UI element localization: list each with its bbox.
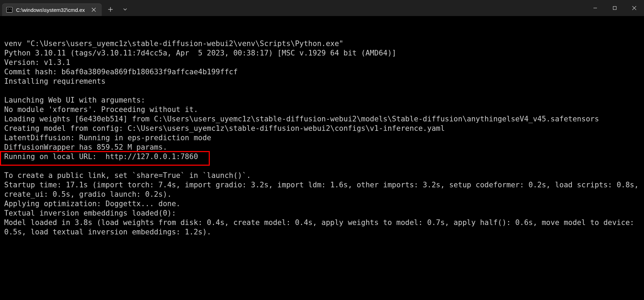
terminal-line	[4, 86, 640, 96]
window-maximize-button[interactable]	[605, 0, 624, 16]
terminal-line: Startup time: 17.1s (import torch: 7.4s,…	[4, 180, 640, 199]
tab-strip: C:\ C:\windows\system32\cmd.ex	[0, 1, 131, 16]
terminal-line: Loading weights [6e430eb514] from C:\Use…	[4, 114, 640, 124]
terminal-line-local-url: Running on local URL: http://127.0.0.1:7…	[4, 152, 640, 162]
svg-rect-2	[613, 7, 616, 10]
close-icon	[632, 6, 636, 10]
terminal-line: Applying optimization: Doggettx... done.	[4, 199, 640, 209]
svg-text:C:\: C:\	[7, 8, 12, 11]
tab-close-button[interactable]	[91, 7, 97, 13]
terminal-line: Version: v1.3.1	[4, 58, 640, 67]
terminal-line: LatentDiffusion: Running in eps-predicti…	[4, 133, 640, 143]
tab-dropdown-button[interactable]	[119, 3, 131, 15]
minimize-icon	[593, 6, 597, 10]
window-controls	[585, 0, 644, 16]
terminal-line	[4, 162, 640, 171]
tab-cmd[interactable]: C:\ C:\windows\system32\cmd.ex	[2, 3, 102, 16]
terminal-line: Textual inversion embeddings loaded(0):	[4, 209, 640, 218]
window-minimize-button[interactable]	[585, 0, 605, 16]
terminal-line: venv "C:\Users\users_uyemc1z\stable-diff…	[4, 39, 640, 48]
close-icon	[92, 8, 96, 12]
terminal-line: DiffusionWrapper has 859.52 M params.	[4, 143, 640, 152]
plus-icon	[108, 7, 113, 12]
terminal-line: Creating model from config: C:\Users\use…	[4, 124, 640, 133]
terminal-line: To create a public link, set `share=True…	[4, 171, 640, 180]
terminal-output[interactable]: venv "C:\Users\users_uyemc1z\stable-diff…	[0, 16, 644, 237]
terminal-line: Installing requirements	[4, 77, 640, 86]
chevron-down-icon	[123, 7, 127, 12]
tab-title: C:\windows\system32\cmd.ex	[16, 7, 85, 13]
terminal-line: No module 'xformers'. Proceeding without…	[4, 105, 640, 114]
new-tab-button[interactable]	[105, 3, 116, 15]
maximize-icon	[613, 6, 617, 10]
terminal-line: Commit hash: b6af0a3809ea869fb180633f9af…	[4, 67, 640, 77]
window-titlebar: C:\ C:\windows\system32\cmd.ex	[0, 0, 644, 16]
terminal-line: Model loaded in 3.8s (load weights from …	[4, 218, 640, 237]
terminal-line: Python 3.10.11 (tags/v3.10.11:7d4cc5a, A…	[4, 48, 640, 58]
terminal-line: Launching Web UI with arguments:	[4, 96, 640, 105]
window-close-button[interactable]	[624, 0, 644, 16]
cmd-icon: C:\	[6, 7, 13, 13]
